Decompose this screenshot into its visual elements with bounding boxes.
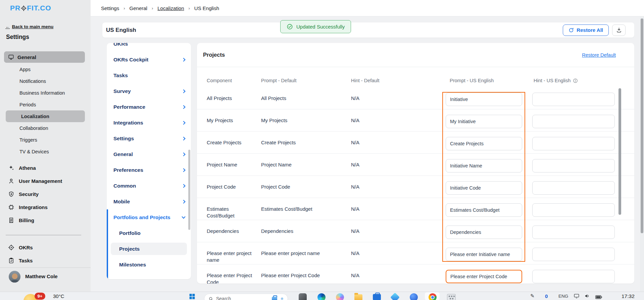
cell-prompt-default: Create Projects <box>261 132 351 153</box>
cell-component: Estimates Cost/Budget <box>207 198 261 220</box>
prompt-us-english-input[interactable] <box>446 137 522 150</box>
restore-default-link[interactable]: Restore Default <box>582 52 616 58</box>
nav-scrollbar-thumb[interactable] <box>188 150 190 230</box>
profit-co-logo: PR FIT.CO <box>10 4 51 12</box>
settings-sidebar: PR FIT.CO ← Back to main menu Settings G… <box>0 0 91 292</box>
nav-item-tasks[interactable]: Tasks <box>107 67 191 83</box>
language-indicator[interactable]: ENG <box>558 294 568 299</box>
prompt-us-english-input[interactable] <box>446 226 522 239</box>
nav-item-settings[interactable]: Settings <box>107 131 191 146</box>
prompt-us-english-input[interactable] <box>446 115 522 128</box>
prompt-us-english-input[interactable] <box>446 181 522 195</box>
breadcrumb-item-general[interactable]: General <box>130 5 147 11</box>
logo-text-right: FIT.CO <box>27 4 51 12</box>
table-row: All ProjectsAll ProjectsN/A <box>197 87 634 109</box>
restore-all-button[interactable]: Restore All <box>563 24 609 36</box>
breadcrumb-item-us-english[interactable]: US English <box>194 5 219 11</box>
prompt-us-english-input[interactable] <box>446 270 522 283</box>
sidebar-item-triggers[interactable]: Triggers <box>0 134 91 146</box>
store-app-icon[interactable] <box>390 293 400 300</box>
tray-badge-zero[interactable]: 0 <box>545 293 548 299</box>
nav-item-performance[interactable]: Performance <box>107 99 191 115</box>
prompt-us-english-input[interactable] <box>446 93 522 106</box>
hint-us-english-input[interactable] <box>532 115 615 128</box>
hint-us-english-input[interactable] <box>532 181 615 195</box>
sidebar-item-okrs[interactable]: OKRs <box>0 241 91 254</box>
sidebar-title: Settings <box>6 34 29 41</box>
chevron-down-icon <box>182 215 185 218</box>
prompt-us-english-input[interactable] <box>446 248 522 261</box>
search-highlight-icon <box>272 297 277 300</box>
hint-us-english-input[interactable] <box>532 203 615 217</box>
nav-item-general[interactable]: General <box>107 146 191 162</box>
nav-item-milestones[interactable]: Milestones <box>107 257 191 272</box>
touch-keyboard-icon[interactable] <box>447 294 456 300</box>
sidebar-item-collaboration[interactable]: Collaboration <box>0 122 91 134</box>
column-header-hint-default: Hint - Default <box>351 78 446 83</box>
sidebar-item-periods[interactable]: Periods <box>0 99 91 110</box>
sidebar-item-general[interactable]: General <box>4 51 85 63</box>
back-to-main-menu-link[interactable]: ← Back to main menu <box>5 24 53 29</box>
prompt-us-english-input[interactable] <box>446 203 522 217</box>
pen-icon[interactable]: ✎ <box>530 293 535 299</box>
sidebar-item-integrations[interactable]: Integrations <box>0 201 91 214</box>
weather-temperature[interactable]: 30°C <box>53 293 64 299</box>
cell-prompt-default: My Projects <box>261 109 351 131</box>
breadcrumb-separator: › <box>152 6 153 11</box>
hint-us-english-input[interactable] <box>532 270 615 283</box>
sidebar-item-tv-devices[interactable]: TV & Devices <box>0 146 91 157</box>
edge-icon[interactable] <box>317 293 326 300</box>
breadcrumb-item-settings[interactable]: Settings <box>101 5 119 11</box>
sidebar-item-business-information[interactable]: Business Information <box>0 87 91 99</box>
chrome-icon[interactable] <box>429 293 437 300</box>
nav-item-portfolio[interactable]: Portfolio <box>107 225 191 241</box>
hint-us-english-input[interactable] <box>532 93 615 106</box>
file-explorer-icon[interactable] <box>354 294 362 300</box>
notification-badge[interactable]: 9+ <box>35 293 45 300</box>
chevron-right-icon <box>182 184 185 188</box>
sidebar-item-tasks[interactable]: Tasks <box>0 254 91 267</box>
info-icon[interactable] <box>573 78 578 83</box>
taskbar-app-window-icon[interactable] <box>299 293 307 300</box>
nav-item-survey[interactable]: Survey <box>107 83 191 99</box>
hint-us-english-input[interactable] <box>532 137 615 150</box>
display-lock-icon[interactable] <box>574 294 579 300</box>
blue-app-icon[interactable] <box>410 293 418 300</box>
nav-item-mobile[interactable]: Mobile <box>107 194 191 209</box>
nav-item-common[interactable]: Common <box>107 178 191 194</box>
hint-us-english-input[interactable] <box>532 226 615 239</box>
windows-start-button[interactable] <box>189 293 195 300</box>
sidebar-item-user-management[interactable]: User Management <box>0 174 91 188</box>
prompt-us-english-input[interactable] <box>446 159 522 172</box>
taskbar-search[interactable]: Search ❄ <box>204 294 288 300</box>
hint-us-english-input[interactable] <box>532 159 615 172</box>
page-header: US English Restore All <box>102 22 634 38</box>
sidebar-menu: General AppsNotificationsBusiness Inform… <box>0 51 91 267</box>
sidebar-item-billing[interactable]: Billing <box>0 214 91 227</box>
battery-icon[interactable] <box>595 294 602 300</box>
sidebar-item-athena[interactable]: Athena <box>0 161 91 174</box>
volume-icon[interactable] <box>585 294 590 300</box>
sidebar-item-localization[interactable]: Localization <box>6 110 85 122</box>
nav-item-preferences[interactable]: Preferences <box>107 162 191 178</box>
nav-item-portfolios-and-projects[interactable]: Portfolios and Projects <box>107 209 191 225</box>
copilot-icon[interactable] <box>336 293 344 300</box>
table-scrollbar-thumb[interactable] <box>618 88 621 215</box>
download-button[interactable] <box>612 24 626 36</box>
sidebar-item-notifications[interactable]: Notifications <box>0 75 91 87</box>
user-profile-row[interactable]: Matthew Cole <box>0 267 91 292</box>
clock[interactable]: 17:32 <box>622 293 635 299</box>
page-scrollbar-thumb[interactable] <box>641 18 643 233</box>
nav-item-projects[interactable]: Projects <box>107 241 191 257</box>
hint-us-english-input[interactable] <box>532 248 615 261</box>
cell-hint-default: N/A <box>351 87 446 109</box>
shield-icon <box>8 191 14 197</box>
clipboard-icon <box>8 257 14 264</box>
nav-item-okrs-cockpit[interactable]: OKRs Cockpit <box>107 52 191 67</box>
breadcrumb-item-localization[interactable]: Localization <box>157 5 184 11</box>
nav-item-okrs-clipped[interactable]: OKRs <box>107 43 191 52</box>
nav-item-integrations[interactable]: Integrations <box>107 115 191 131</box>
sidebar-item-security[interactable]: Security <box>0 188 91 201</box>
briefcase-app-icon[interactable] <box>373 294 381 300</box>
sidebar-item-apps[interactable]: Apps <box>0 63 91 75</box>
